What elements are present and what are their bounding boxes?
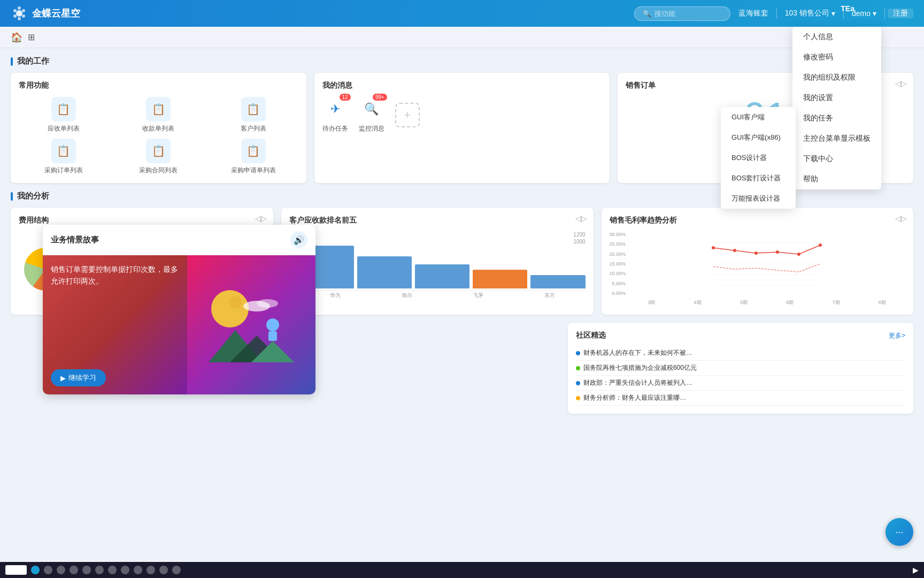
msg-icon-tasks-wrap: ✈ 12: [323, 97, 348, 121]
taskbar-dot-5[interactable]: [82, 566, 91, 574]
func-item-4[interactable]: 📋 采购订单列表: [19, 139, 109, 175]
receivable-arrow[interactable]: ◁▷: [575, 214, 587, 223]
taskbar-dot-6[interactable]: [95, 566, 104, 574]
receivable-card: 客户应收款排名前五 ◁▷ (万) 1200 1000: [281, 208, 593, 315]
community-title: 社区精选: [576, 331, 606, 340]
community-dot-3: [576, 381, 580, 385]
taskbar-dot-7[interactable]: [108, 566, 117, 574]
expense-arrow[interactable]: ◁▷: [255, 214, 267, 223]
taskbar-dot-12[interactable]: [172, 566, 181, 574]
community-item-1[interactable]: 财务机器人的存在下，未来如何不被…: [576, 346, 905, 361]
add-message-button[interactable]: +: [395, 103, 420, 127]
company-item[interactable]: 103 销售公司 ▾: [777, 9, 843, 18]
func-icon-6: 📋: [241, 139, 266, 163]
community-text-1: 财务机器人的存在下，未来如何不被…: [583, 348, 692, 358]
taskbar-dot-8[interactable]: [121, 566, 129, 574]
taskbar-arrow[interactable]: ▶: [913, 566, 919, 574]
margin-x-labels: 3期 4期 5期 6期 7期 8期: [628, 299, 905, 306]
secondary-item-bos[interactable]: BOS设计器: [721, 148, 796, 168]
margin-chart: 30.00% 25.00% 20.00% 15.00% 10.00% 5.00%…: [610, 232, 905, 306]
dropdown-item-menu-template[interactable]: 主控台菜单显示模板: [792, 128, 881, 149]
func-item-2[interactable]: 📋 收款单列表: [114, 97, 204, 133]
search-bar[interactable]: 🔍: [634, 6, 730, 21]
func-item-3[interactable]: 📋 客户列表: [209, 97, 298, 133]
msg-item-tasks[interactable]: ✈ 12 待办任务: [322, 97, 348, 133]
func-icon-1: 📋: [51, 97, 76, 121]
func-label-4: 采购订单列表: [44, 166, 83, 175]
nav-divider-3: [884, 8, 885, 19]
svg-point-18: [797, 253, 800, 256]
community-more-link[interactable]: 更多>: [889, 331, 905, 340]
logo: 金蝶云星空: [11, 5, 118, 22]
svg-point-20: [211, 290, 249, 328]
taskbar-dot-10[interactable]: [147, 566, 155, 574]
taskbar-dot-4[interactable]: [70, 566, 78, 574]
search-input[interactable]: [654, 10, 724, 18]
home-icon[interactable]: 🏠: [11, 32, 22, 43]
scenario-continue-button[interactable]: ▶ 继续学习: [51, 369, 106, 386]
sales-order-arrow[interactable]: ◁▷: [895, 79, 907, 88]
my-work-title: 我的工作: [17, 56, 49, 66]
dropdown-item-personal[interactable]: 个人信息: [792, 27, 881, 47]
scenario-overlay: 业务情景故事 🔊 销售订单需要控制单据打印次数，最多允许打印两次。 ▶ 继续学习: [43, 225, 315, 394]
svg-point-0: [16, 10, 22, 17]
dropdown-item-help[interactable]: 帮助: [792, 169, 881, 189]
register-button[interactable]: 注册: [888, 9, 913, 18]
secondary-item-gui-x86[interactable]: GUI客户端(x86): [721, 127, 796, 148]
taskbar-dot-2[interactable]: [44, 566, 52, 574]
func-item-5[interactable]: 📋 采购合同列表: [114, 139, 204, 175]
mx-5: 5期: [740, 299, 748, 306]
y-30: 30.00%: [610, 232, 626, 237]
margin-arrow[interactable]: ◁▷: [895, 214, 907, 223]
taskbar-dot-11[interactable]: [159, 566, 168, 574]
func-label-6: 采购申请单列表: [231, 166, 276, 175]
community-item-3[interactable]: 财政部：严重失信会计人员将被列入…: [576, 376, 905, 391]
y-15: 15.00%: [610, 261, 626, 267]
x-axis-labels: 华为 海尔 飞茅 东方: [299, 290, 585, 299]
svg-point-27: [266, 318, 279, 331]
taskbar-dot-3[interactable]: [57, 566, 65, 574]
svg-point-15: [733, 249, 736, 252]
margin-line-chart: [628, 232, 905, 296]
msg-item-monitor[interactable]: 🔍 99+ 监控消息: [359, 97, 384, 133]
func-item-6[interactable]: 📋 采购申请单列表: [209, 139, 298, 175]
tea-label: TEa: [841, 4, 854, 13]
grid-icon[interactable]: ⊞: [28, 32, 35, 42]
func-icon-5: 📋: [146, 139, 171, 163]
taskbar-dot-9[interactable]: [134, 566, 142, 574]
secondary-item-bos-print[interactable]: BOS套打设计器: [721, 168, 796, 188]
receivable-chart-container: (万) 1200 1000: [289, 232, 585, 299]
dropdown-item-password[interactable]: 修改密码: [792, 47, 881, 67]
secondary-item-report[interactable]: 万能报表设计器: [721, 188, 796, 209]
dropdown-item-tasks[interactable]: 我的任务: [792, 108, 881, 128]
scenario-sound-button[interactable]: 🔊: [290, 231, 307, 248]
monitor-badge: 99+: [373, 94, 387, 101]
svg-point-5: [13, 14, 17, 18]
dropdown-item-download[interactable]: 下载中心: [792, 149, 881, 169]
user-chevron: ▾: [873, 9, 876, 18]
community-item-2[interactable]: 国务院再推七项措施为企业减税600亿元: [576, 361, 905, 376]
common-functions-title: 常用功能: [19, 81, 298, 90]
account-item[interactable]: 蓝海账套: [730, 9, 776, 18]
community-card: 社区精选 更多> 财务机器人的存在下，未来如何不被… 国务院再推七项措施为企业减…: [568, 323, 913, 414]
taskbar-dot-1[interactable]: [31, 566, 40, 574]
taskbar-item-main[interactable]: [5, 565, 27, 575]
bar-3: [415, 264, 469, 288]
y-5: 5.00%: [610, 281, 626, 286]
func-item-1[interactable]: 📋 应收单列表: [19, 97, 109, 133]
svg-point-23: [257, 299, 278, 308]
y-label-1200: 1200: [299, 232, 585, 238]
scenario-description: 销售订单需要控制单据打印次数，最多允许打印两次。: [51, 263, 179, 287]
community-item-4[interactable]: 财务分析师：财务人最应该注重哪…: [576, 391, 905, 406]
company-label: 103 销售公司: [785, 9, 829, 18]
dropdown-item-org[interactable]: 我的组织及权限: [792, 67, 881, 88]
analysis-section-bar: [11, 192, 13, 201]
margin-svg-container: 3期 4期 5期 6期 7期 8期: [628, 232, 905, 306]
my-work-header: 我的工作: [11, 56, 913, 66]
dropdown-item-settings[interactable]: 我的设置: [792, 88, 881, 108]
margin-y-axis: 30.00% 25.00% 20.00% 15.00% 10.00% 5.00%…: [610, 232, 626, 296]
secondary-item-gui[interactable]: GUI客户端: [721, 107, 796, 127]
svg-point-19: [819, 244, 822, 247]
float-chat-button[interactable]: ···: [886, 518, 913, 546]
bar-4: [473, 270, 527, 288]
